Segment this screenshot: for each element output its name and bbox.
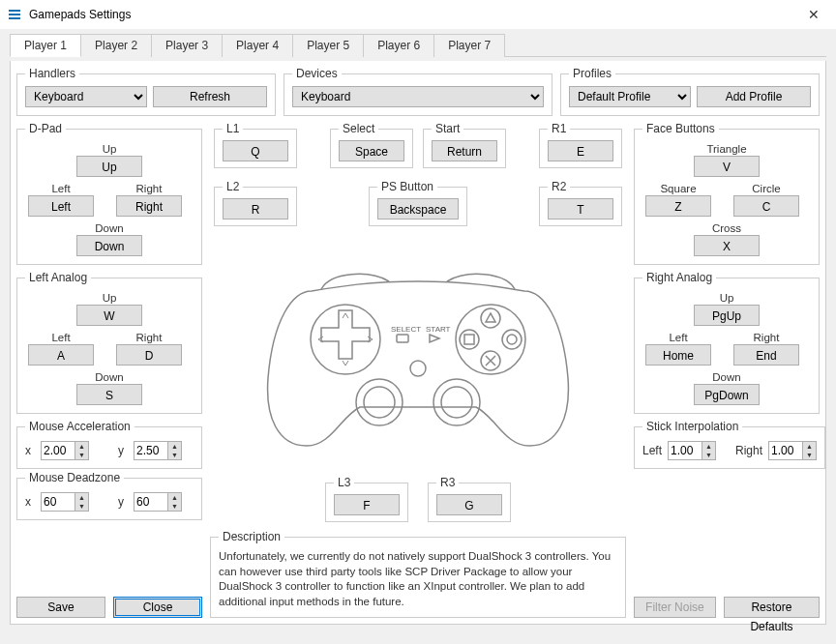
- psbutton-button[interactable]: Backspace: [377, 198, 459, 220]
- handlers-select[interactable]: Keyboard: [25, 86, 147, 107]
- profiles-legend: Profiles: [569, 67, 615, 80]
- mouse-accel-x-stepper[interactable]: ▲▼: [41, 441, 89, 460]
- l2-button[interactable]: R: [223, 198, 288, 220]
- mouse-accel-y-stepper[interactable]: ▲▼: [134, 441, 182, 460]
- r2-button[interactable]: T: [548, 198, 613, 220]
- dpad-down-button[interactable]: Down: [76, 235, 142, 256]
- mouse-dead-group: Mouse Deadzone x ▲▼ y ▲▼: [16, 471, 202, 520]
- profiles-group: Profiles Default Profile Add Profile: [560, 67, 820, 116]
- face-buttons-group: Face Buttons Triangle V Square Z Circle: [634, 122, 820, 265]
- close-icon[interactable]: ✕: [799, 7, 828, 22]
- player-tabs: Player 1Player 2Player 3Player 4Player 5…: [10, 33, 826, 57]
- r2-group: R2 T: [539, 180, 622, 226]
- l1-group: L1 Q: [214, 122, 297, 168]
- app-icon: [8, 7, 23, 22]
- svg-rect-12: [397, 335, 408, 342]
- tab-player-5[interactable]: Player 5: [292, 34, 364, 57]
- mouse-dead-x-stepper[interactable]: ▲▼: [41, 492, 89, 512]
- start-button[interactable]: Return: [432, 140, 497, 161]
- ranalog-down-button[interactable]: PgDown: [694, 384, 760, 405]
- svg-text:SELECT: SELECT: [391, 325, 421, 334]
- tab-player-3[interactable]: Player 3: [151, 34, 223, 57]
- svg-point-13: [410, 361, 426, 376]
- svg-point-11: [441, 387, 472, 418]
- svg-point-3: [460, 330, 479, 349]
- tab-player-1[interactable]: Player 1: [10, 34, 81, 57]
- profiles-select[interactable]: Default Profile: [569, 86, 691, 107]
- svg-rect-4: [464, 335, 474, 344]
- ranalog-left-button[interactable]: Home: [645, 344, 711, 366]
- lanalog-left-button[interactable]: A: [28, 344, 94, 366]
- lanalog-down-button[interactable]: S: [76, 384, 142, 405]
- refresh-button[interactable]: Refresh: [153, 86, 267, 107]
- svg-text:START: START: [426, 325, 451, 334]
- dpad-right-button[interactable]: Right: [116, 195, 182, 217]
- select-button[interactable]: Space: [339, 140, 404, 161]
- svg-point-2: [481, 308, 500, 328]
- lanalog-right-button[interactable]: D: [116, 344, 182, 366]
- handlers-legend: Handlers: [25, 67, 79, 80]
- ranalog-up-button[interactable]: PgUp: [694, 305, 760, 326]
- restore-defaults-button[interactable]: Restore Defaults: [724, 597, 820, 618]
- svg-point-1: [456, 305, 525, 374]
- ranalog-right-button[interactable]: End: [733, 344, 799, 366]
- lanalog-up-button[interactable]: W: [76, 305, 142, 326]
- description-group: Description Unfortunately, we currently …: [210, 530, 626, 618]
- mouse-accel-group: Mouse Acceleration x ▲▼ y ▲▼: [16, 420, 202, 469]
- devices-select[interactable]: Keyboard: [292, 86, 544, 107]
- add-profile-button[interactable]: Add Profile: [697, 86, 811, 107]
- dpad-group: D-Pad Up Up Left Left Right Right: [16, 122, 202, 265]
- tab-player-6[interactable]: Player 6: [363, 34, 434, 57]
- save-button[interactable]: Save: [16, 597, 105, 618]
- stick-interp-right-stepper[interactable]: ▲▼: [768, 441, 817, 460]
- svg-point-8: [356, 379, 403, 425]
- tab-player-4[interactable]: Player 4: [222, 34, 293, 57]
- handlers-group: Handlers Keyboard Refresh: [16, 67, 276, 116]
- right-analog-group: Right Analog Up PgUp Left Home Right End: [634, 271, 820, 414]
- titlebar: Gamepads Settings ✕: [0, 0, 836, 29]
- window-title: Gamepads Settings: [29, 8, 799, 21]
- tab-player-2[interactable]: Player 2: [80, 34, 152, 57]
- r3-button[interactable]: G: [436, 494, 502, 515]
- l3-button[interactable]: F: [334, 494, 400, 515]
- start-group: Start Return: [423, 122, 506, 168]
- mouse-dead-y-stepper[interactable]: ▲▼: [134, 492, 182, 512]
- face-circle-button[interactable]: C: [733, 195, 799, 217]
- face-square-button[interactable]: Z: [645, 195, 711, 217]
- devices-legend: Devices: [292, 67, 342, 80]
- controller-icon: SELECT START: [254, 243, 582, 465]
- svg-point-5: [502, 330, 522, 349]
- face-triangle-button[interactable]: V: [694, 156, 760, 177]
- svg-point-6: [507, 335, 517, 344]
- tab-player-7[interactable]: Player 7: [433, 34, 505, 57]
- devices-group: Devices Keyboard: [284, 67, 552, 116]
- svg-point-9: [364, 387, 395, 418]
- description-text: Unfortunately, we currently do not nativ…: [219, 549, 617, 609]
- l1-button[interactable]: Q: [223, 140, 288, 161]
- r1-group: R1 E: [539, 122, 622, 168]
- face-cross-button[interactable]: X: [694, 235, 760, 256]
- close-button[interactable]: Close: [113, 597, 202, 618]
- select-group: Select Space: [330, 122, 413, 168]
- r1-button[interactable]: E: [548, 140, 613, 161]
- r3-group: R3 G: [428, 476, 511, 522]
- l3-group: L3 F: [325, 476, 408, 522]
- filter-noise-button[interactable]: Filter Noise: [634, 597, 716, 618]
- stick-interp-left-stepper[interactable]: ▲▼: [668, 441, 716, 460]
- left-analog-group: Left Analog Up W Left A Right D: [16, 271, 202, 414]
- svg-point-10: [433, 379, 480, 425]
- dpad-up-button[interactable]: Up: [76, 156, 142, 177]
- stick-interpolation-group: Stick Interpolation Left ▲▼ Right ▲▼: [634, 420, 825, 469]
- dpad-left-button[interactable]: Left: [28, 195, 94, 217]
- psbutton-group: PS Button Backspace: [369, 180, 467, 226]
- l2-group: L2 R: [214, 180, 297, 226]
